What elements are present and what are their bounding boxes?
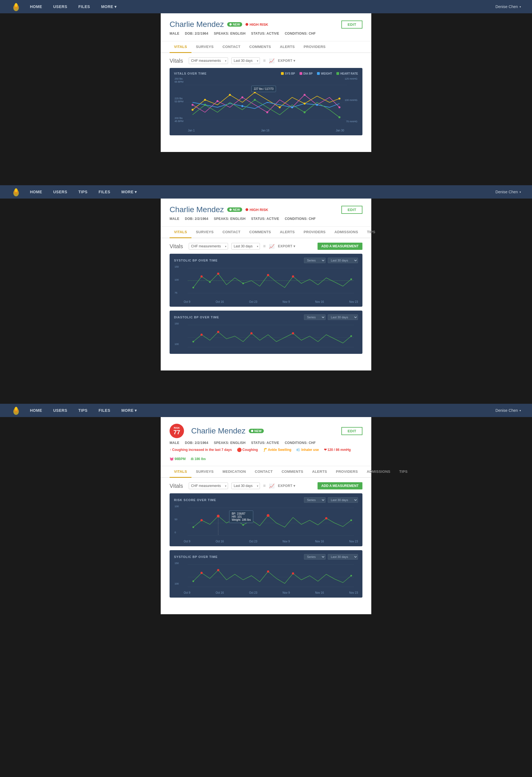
nav-links-1: HOME USERS FILES MORE ▾ [30,4,117,9]
list-view-icon-2[interactable]: ≡ [263,244,266,249]
series-select-2a[interactable]: Series [304,258,325,263]
measurements-select-wrapper-1[interactable]: CHF measurements [189,58,228,64]
export-button-3[interactable]: EXPORT ▾ [278,484,295,488]
tab-comments-3[interactable]: COMMENTS [277,466,307,478]
export-chevron-icon-1: ▾ [293,59,295,63]
edit-button-1[interactable]: EDIT [342,20,363,28]
nav-more-1[interactable]: MORE ▾ [101,4,117,9]
spacer-1 [0,157,532,180]
series-select-3b[interactable]: Series [304,554,325,560]
svg-point-18 [338,106,340,108]
nav-files-3[interactable]: FILES [99,408,110,413]
add-measurement-button-3[interactable]: ADD A MEASUREMENT [317,482,363,489]
nav-users-2[interactable]: USERS [53,190,67,194]
tab-surveys-3[interactable]: SURVEYS [191,466,218,478]
chart-view-icon-3[interactable]: 📈 [269,483,275,488]
tab-alerts-2[interactable]: ALERTS [275,227,299,238]
add-measurement-button-2[interactable]: ADD A MEASUREMENT [317,243,363,250]
systolic-chart-3: SYSTOLIC BP OVER TIME Series Last 30 day… [169,550,363,597]
nav-more-2[interactable]: MORE ▾ [121,190,137,194]
series-select-2b[interactable]: Series [304,315,325,320]
tab-vitals-2[interactable]: VITALS [169,227,191,238]
nav-files-1[interactable]: FILES [79,4,90,9]
tab-comments-1[interactable]: COMMENTS [245,41,275,53]
tab-tips-3[interactable]: TIPS [395,466,412,478]
nav-user-2[interactable]: Denise Chen ▾ [496,190,521,194]
days-select-wrapper-1[interactable]: Last 30 days [231,58,260,64]
svg-point-6 [191,109,193,111]
period-select-2b[interactable]: Last 30 days [328,315,358,320]
tab-contact-3[interactable]: CONTACT [250,466,277,478]
x-labels-2a: Oct 9 Oct 16 Oct 23 Nov 9 Nov 16 Nov 23 [174,300,358,304]
alert-bp: ❤ 120 / 86 mmHg [324,448,351,452]
measurements-select-wrapper-2[interactable]: CHF measurements [189,243,228,249]
user-chevron-icon-3: ▾ [520,409,521,412]
period-select-3b[interactable]: Last 30 days [328,554,358,560]
list-view-icon-1[interactable]: ≡ [263,58,266,63]
nav-user-3[interactable]: Denise Chen ▾ [496,408,521,413]
tab-vitals-3[interactable]: VITALS [169,466,191,478]
tab-vitals-1[interactable]: VITALS [169,41,191,53]
vitals-svg-1 [185,77,347,127]
nav-user-1[interactable]: Denise Chen ▾ [496,4,521,9]
days-select-1[interactable]: Last 30 days [231,58,260,64]
patient-meta-1: MALE DOB: 2/2/1964 SPEAKS: ENGLISH STATU… [169,32,363,35]
new-dot-2 [230,209,232,211]
tab-providers-3[interactable]: PROVIDERS [331,466,362,478]
days-select-2[interactable]: Last 30 days [231,243,260,249]
measurements-select-2[interactable]: CHF measurements [189,243,228,249]
patient-name-1: Charlie Mendez [169,20,224,29]
tab-contact-2[interactable]: CONTACT [218,227,245,238]
export-button-2[interactable]: EXPORT ▾ [278,244,295,248]
measurements-select-3[interactable]: CHF measurements [189,482,228,489]
measurements-select-wrapper-3[interactable]: CHF measurements [189,482,228,489]
tab-surveys-1[interactable]: SURVEYS [191,41,218,53]
patient-name-3: Charlie Mendez [191,427,246,435]
nav-home-1[interactable]: HOME [30,4,42,9]
tab-contact-1[interactable]: CONTACT [218,41,245,53]
period-select-2a[interactable]: Last 30 days [328,258,358,263]
chart-view-icon-1[interactable]: 📈 [269,58,275,64]
nav-home-2[interactable]: HOME [30,190,42,194]
nav-home-3[interactable]: HOME [30,408,42,413]
nav-users-1[interactable]: USERS [53,4,67,9]
period-select-3a[interactable]: Last 30 days [328,497,358,503]
nav-more-3[interactable]: MORE ▾ [121,408,137,413]
svg-point-11 [304,103,306,105]
tab-providers-1[interactable]: PROVIDERS [299,41,330,53]
tab-alerts-1[interactable]: ALERTS [275,41,299,53]
diastolic-svg-2 [184,322,358,350]
y-right-label-bot-1: 75 mmHG [345,120,358,123]
nav-links-3: HOME USERS TIPS FILES MORE ▾ [30,408,137,413]
nav-tips-3[interactable]: TIPS [79,408,88,413]
edit-button-2[interactable]: EDIT [342,206,363,214]
list-view-icon-3[interactable]: ≡ [263,483,266,488]
series-select-3a[interactable]: Series [304,497,325,503]
tab-admissions-2[interactable]: ADMISSIONS [330,227,363,238]
patient-meta-3: MALE DOB: 2/2/1964 SPEAKS: ENGLISH STATU… [169,441,363,445]
alert-coughing-increase: ↑ Coughing increased in the last 7 days [169,448,232,452]
export-button-1[interactable]: EXPORT ▾ [278,59,295,63]
nav-bar-3: HOME USERS TIPS FILES MORE ▾ Denise Chen… [0,404,532,417]
nav-files-2[interactable]: FILES [99,190,110,194]
svg-point-25 [304,111,306,113]
days-select-wrapper-2[interactable]: Last 30 days [231,243,260,249]
tab-comments-2[interactable]: COMMENTS [245,227,275,238]
days-select-wrapper-3[interactable]: Last 30 days [231,482,260,489]
legend-weight-1: WEIGHT [317,72,332,75]
tab-medication-3[interactable]: MEDICATION [218,466,250,478]
tabs-3: VITALS SURVEYS MEDICATION CONTACT COMMEN… [161,466,371,478]
tab-providers-2[interactable]: PROVIDERS [299,227,330,238]
nav-users-3[interactable]: USERS [53,408,67,413]
tab-admissions-3[interactable]: ADMISSIONS [362,466,395,478]
tab-tips-2[interactable]: TIPS [363,227,380,238]
svg-point-39 [209,281,211,283]
nav-tips-2[interactable]: TIPS [79,190,88,194]
edit-button-3[interactable]: EDIT [342,427,363,435]
svg-point-73 [351,575,352,576]
days-select-3[interactable]: Last 30 days [231,482,260,489]
tab-surveys-2[interactable]: SURVEYS [191,227,218,238]
measurements-select-1[interactable]: CHF measurements [189,58,228,64]
tab-alerts-3[interactable]: ALERTS [307,466,331,478]
chart-view-icon-2[interactable]: 📈 [269,244,275,249]
